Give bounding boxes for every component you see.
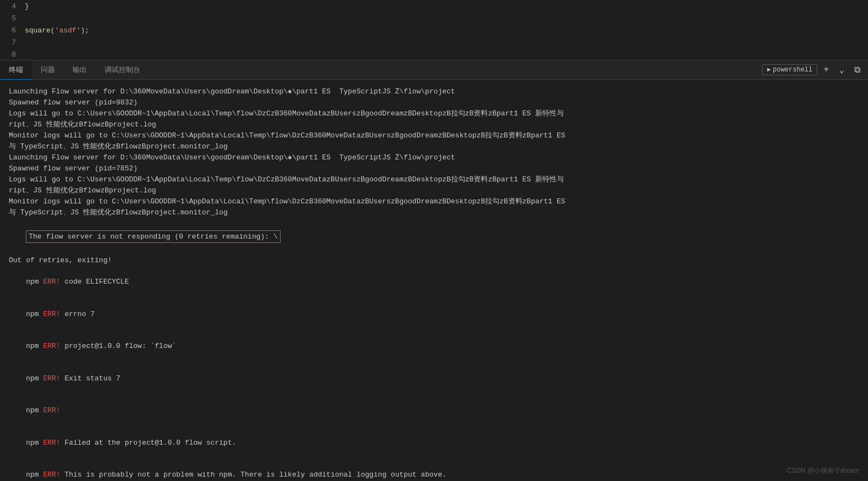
npm-err-line: npm ERR! Exit status 7 xyxy=(9,362,859,395)
watermark: CSDN @小强有个dream xyxy=(787,466,859,476)
npm-err-line: npm ERR! errno 7 xyxy=(9,298,859,330)
terminal-line: Monitor logs will go to C:\Users\GOODDR~… xyxy=(9,196,859,207)
new-terminal-button[interactable]: + xyxy=(820,63,833,76)
terminal-actions: ► powershell + ⌄ ⧉ xyxy=(762,63,868,76)
terminal-line: Launching Flow server for D:\360MoveData… xyxy=(9,152,859,163)
code-line-7: 7 xyxy=(0,36,868,48)
terminal-line: 与 TypeScript、JS 性能优化zBflowzBproject.moni… xyxy=(9,207,859,218)
code-line-4: 4 } xyxy=(0,0,868,12)
terminal-line: 与 TypeScript、JS 性能优化zBflowzBproject.moni… xyxy=(9,141,859,152)
terminal-line: Monitor logs will go to C:\Users\GOODDR~… xyxy=(9,130,859,141)
error-box: The flow server is not responding (0 ret… xyxy=(26,230,280,244)
terminal-tab-bar: 终端 问题 输出 调试控制台 ► powershell + ⌄ ⧉ xyxy=(0,60,868,80)
npm-err-line: npm ERR! project@1.0.0 flow: `flow` xyxy=(9,330,859,363)
terminal-line: Out of retries, exiting! xyxy=(9,255,859,266)
npm-err-line: npm ERR! Failed at the project@1.0.0 flo… xyxy=(9,427,859,459)
tab-problems[interactable]: 问题 xyxy=(32,60,64,80)
code-editor-snippet: 4 } 5 6 square('asdf'); 7 8 xyxy=(0,0,868,60)
terminal-output: Launching Flow server for D:\360MoveData… xyxy=(0,80,868,481)
tab-terminal[interactable]: 终端 xyxy=(0,60,32,80)
code-line-5: 5 xyxy=(0,12,868,24)
npm-err-line: npm ERR! xyxy=(9,395,859,427)
terminal-line: Logs will go to C:\Users\GOODDR~1\AppDat… xyxy=(9,174,859,185)
tab-debug-console[interactable]: 调试控制台 xyxy=(96,60,149,80)
terminal-arrow-icon: ► xyxy=(767,67,771,73)
terminal-line: ript、JS 性能优化zBflowzBproject.log xyxy=(9,185,859,196)
code-line-8: 8 xyxy=(0,48,868,60)
terminal-line: Launching Flow server for D:\360MoveData… xyxy=(9,86,859,97)
terminal-dropdown-button[interactable]: ⌄ xyxy=(835,63,848,76)
terminal-line: Spawned flow server (pid=9832) xyxy=(9,97,859,108)
tab-output[interactable]: 输出 xyxy=(64,60,96,80)
npm-err-line: npm ERR! This is probably not a problem … xyxy=(9,459,859,482)
split-terminal-button[interactable]: ⧉ xyxy=(850,63,864,76)
terminal-line: Logs will go to C:\Users\GOODDR~1\AppDat… xyxy=(9,108,859,119)
terminal-shell-label[interactable]: ► powershell xyxy=(762,64,817,75)
error-highlighted-line: The flow server is not responding (0 ret… xyxy=(9,219,859,254)
code-line-6: 6 square('asdf'); xyxy=(0,24,868,36)
terminal-line: Spawned flow server (pid=7852) xyxy=(9,163,859,174)
npm-err-line: npm ERR! code ELIFECYCLE xyxy=(9,266,859,298)
terminal-line: ript、JS 性能优化zBflowzBproject.log xyxy=(9,119,859,130)
